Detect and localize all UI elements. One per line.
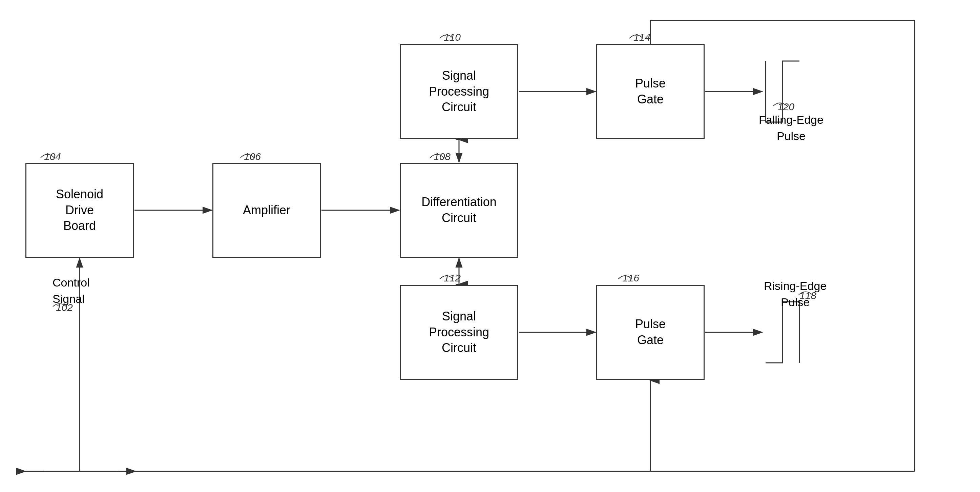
differentiation-block: DifferentiationCircuit (400, 163, 518, 258)
differentiation-label: DifferentiationCircuit (422, 194, 496, 226)
falling-edge-label: Falling-EdgePulse (759, 112, 824, 144)
pulse-gate-top-label: PulseGate (635, 76, 666, 107)
brace-104 (37, 149, 57, 159)
brace-120 (770, 99, 790, 107)
diagram: SolenoidDriveBoard 104 Amplifier 106 Dif… (0, 0, 980, 492)
signal-processing-top-block: SignalProcessingCircuit (400, 44, 518, 139)
signal-processing-top-label: SignalProcessingCircuit (429, 68, 489, 115)
amplifier-label: Amplifier (243, 203, 290, 218)
pulse-gate-bottom-block: PulseGate (596, 285, 705, 380)
solenoid-block: SolenoidDriveBoard (25, 163, 134, 258)
signal-processing-bottom-block: SignalProcessingCircuit (400, 285, 518, 380)
brace-114 (626, 30, 646, 40)
brace-110 (436, 30, 457, 40)
brace-102 (50, 300, 69, 308)
brace-118 (795, 288, 816, 296)
pulse-gate-bottom-label: PulseGate (635, 316, 666, 348)
brace-112 (436, 271, 457, 281)
brace-116 (615, 271, 635, 281)
solenoid-label: SolenoidDriveBoard (56, 187, 103, 234)
signal-processing-bottom-label: SignalProcessingCircuit (429, 308, 489, 356)
amplifier-block: Amplifier (212, 163, 321, 258)
brace-108 (427, 149, 447, 159)
pulse-gate-top-block: PulseGate (596, 44, 705, 139)
brace-106 (237, 149, 258, 159)
